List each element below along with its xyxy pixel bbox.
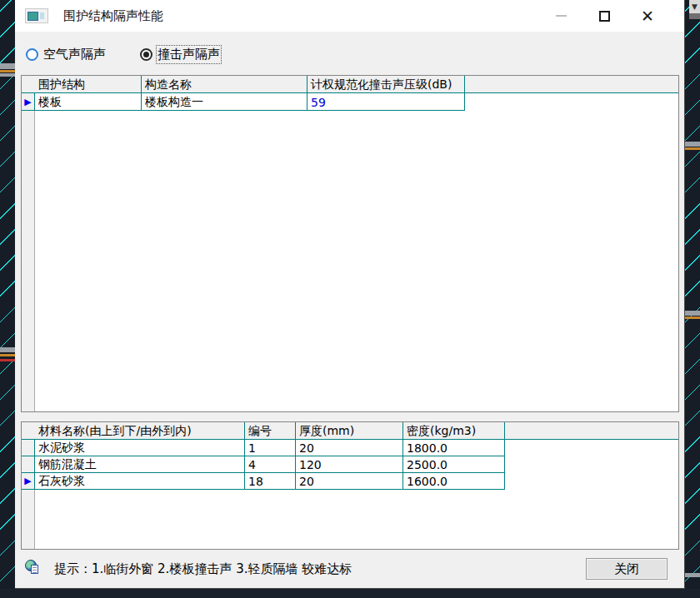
cell-number[interactable]: 18	[245, 473, 296, 490]
radio-on-icon	[140, 48, 152, 61]
cad-layer-band	[0, 359, 15, 361]
hint-icon	[25, 560, 40, 575]
minimize-icon	[556, 15, 567, 17]
impact-sound-table: 围护结构 构造名称 计权规范化撞击声压级(dB) ▶ 楼板 楼板构造一 59	[21, 75, 679, 412]
close-icon: ✕	[641, 8, 654, 24]
cad-canvas-right	[685, 0, 700, 598]
cell-material[interactable]: 水泥砂浆	[35, 440, 245, 456]
cell-material[interactable]: 石灰砂浆	[35, 473, 245, 490]
insulation-mode-group: 空气声隔声 撞击声隔声	[15, 47, 684, 68]
background-scrollbar-arrow[interactable]: ▼	[689, 0, 700, 13]
column-header-thickness[interactable]: 厚度(mm)	[296, 422, 403, 439]
close-window-button[interactable]: ✕	[626, 0, 669, 32]
cad-layer-band	[685, 142, 700, 147]
radio-label: 撞击声隔声	[158, 47, 220, 62]
app-icon	[25, 8, 48, 23]
column-header-structure[interactable]: 围护结构	[35, 76, 142, 92]
cad-layer-band	[0, 347, 15, 352]
selected-row-indicator: ▶	[22, 93, 35, 111]
cad-canvas-bottom	[0, 589, 700, 598]
radio-off-icon	[26, 48, 38, 61]
row-gutter-cell	[22, 456, 35, 473]
column-header-material[interactable]: 材料名称(由上到下/由外到内)	[35, 422, 245, 439]
cell-density[interactable]: 2500.0	[403, 456, 505, 473]
cell-material[interactable]: 钢筋混凝土	[35, 456, 245, 473]
window-controls: ✕	[539, 0, 669, 32]
material-table: 材料名称(由上到下/由外到内) 编号 厚度(mm) 密度(kg/m3) 水泥砂浆…	[21, 421, 679, 550]
cad-layer-band	[0, 354, 15, 356]
cad-canvas-left	[0, 0, 15, 598]
cell-number[interactable]: 1	[245, 440, 296, 456]
hint-text: 提示：1.临街外窗 2.楼板撞击声 3.轻质隔墙 较难达标	[54, 561, 352, 577]
table-row[interactable]: 钢筋混凝土 4 120 2500.0	[22, 456, 678, 473]
cad-layer-band	[685, 147, 700, 150]
cell-impact-level[interactable]: 59	[308, 93, 465, 111]
column-header-number[interactable]: 编号	[245, 422, 296, 439]
row-gutter-cell	[22, 440, 35, 456]
cell-density[interactable]: 1800.0	[403, 440, 505, 456]
cell-density[interactable]: 1600.0	[403, 473, 505, 490]
cell-structure[interactable]: 楼板	[35, 93, 142, 111]
cad-layer-band	[0, 70, 15, 72]
table-row[interactable]: ▶ 石灰砂浆 18 20 1600.0	[22, 473, 678, 490]
column-header-impact-level[interactable]: 计权规范化撞击声压级(dB)	[308, 76, 465, 92]
cell-number[interactable]: 4	[245, 456, 296, 473]
table-row[interactable]: ▶ 楼板 楼板构造一 59	[22, 93, 678, 111]
titlebar: 围护结构隔声性能 ✕	[15, 0, 684, 32]
cell-thickness[interactable]: 20	[296, 440, 403, 456]
minimize-button[interactable]	[539, 0, 582, 32]
selected-row-indicator: ▶	[22, 473, 35, 490]
window-title: 围护结构隔声性能	[63, 8, 163, 24]
cad-layer-band	[685, 311, 700, 316]
screen: ▼ 围护结构隔声性能 ✕ 空气声隔声 撞击声隔声	[0, 0, 700, 598]
cad-layer-band	[0, 63, 15, 69]
column-header-construction[interactable]: 构造名称	[142, 76, 308, 92]
radio-label: 空气声隔声	[43, 47, 106, 62]
dialog-sound-insulation: 围护结构隔声性能 ✕ 空气声隔声 撞击声隔声 围护结构 构造名称	[15, 0, 685, 589]
radio-airborne-sound[interactable]: 空气声隔声	[26, 47, 106, 62]
cell-construction[interactable]: 楼板构造一	[142, 93, 308, 111]
cad-layer-band	[0, 73, 15, 77]
cell-thickness[interactable]: 120	[296, 456, 403, 473]
app-icon-shape	[28, 12, 38, 21]
background-scrollbar-track	[689, 13, 700, 19]
radio-impact-sound[interactable]: 撞击声隔声	[140, 47, 220, 62]
table-header-row: 材料名称(由上到下/由外到内) 编号 厚度(mm) 密度(kg/m3)	[22, 422, 678, 440]
column-header-density[interactable]: 密度(kg/m3)	[403, 422, 505, 439]
row-marker-icon: ▶	[24, 476, 31, 486]
cad-layer-band	[685, 573, 700, 577]
close-button[interactable]: 关闭	[586, 558, 668, 580]
maximize-button[interactable]	[582, 0, 626, 32]
maximize-icon	[599, 11, 610, 22]
row-header-gutter	[22, 76, 35, 411]
table-header-row: 围护结构 构造名称 计权规范化撞击声压级(dB)	[22, 76, 678, 93]
row-marker-icon: ▶	[24, 97, 31, 107]
table-row[interactable]: 水泥砂浆 1 20 1800.0	[22, 440, 678, 456]
app-icon-shape	[40, 12, 44, 19]
cell-thickness[interactable]: 20	[296, 473, 403, 490]
document-icon	[31, 565, 38, 574]
cad-layer-band	[685, 316, 700, 319]
